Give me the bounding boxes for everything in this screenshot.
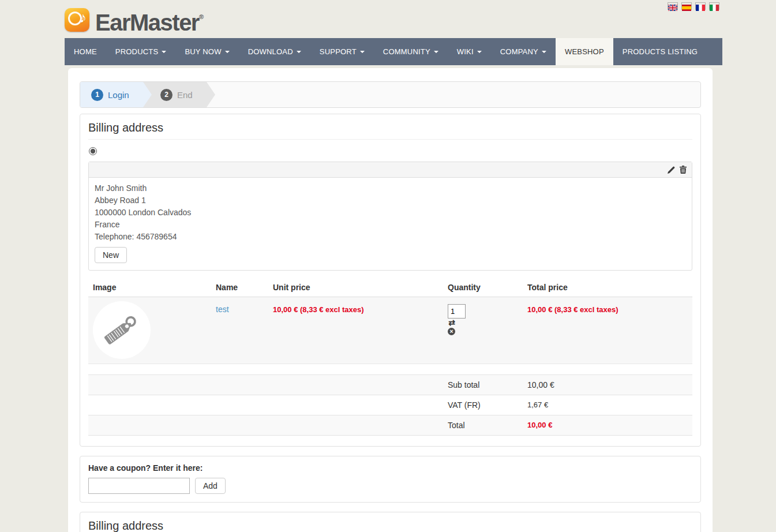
total-price: 10,00 € (8,33 € excl taxes) [527,305,618,314]
flag-italian-icon[interactable] [710,3,719,9]
main-nav: HOME PRODUCTS BUY NOW DOWNLOAD SUPPORT C… [65,38,722,65]
step-end-label: End [177,90,193,100]
caret-down-icon [542,51,546,53]
caret-down-icon [225,51,230,53]
earmaster-logo-icon: ♪ [65,8,89,32]
col-image: Image [88,278,211,297]
billing-address-card: Billing address [80,114,701,447]
coupon-add-button[interactable]: Add [195,478,226,494]
flag-spanish-icon[interactable] [682,3,691,9]
brand-name: EarMaster® [95,5,204,35]
step-login-number: 1 [91,89,103,101]
language-switcher [668,3,719,9]
col-name: Name [211,278,268,297]
subtotal-row: Sub total 10,00 € [88,374,692,395]
flag-french-icon[interactable] [696,3,705,9]
address-country: France [95,219,686,231]
nav-support[interactable]: SUPPORT [310,38,374,65]
registered-mark: ® [199,13,204,20]
address-radio[interactable] [89,147,97,155]
nav-home[interactable]: HOME [65,38,106,65]
nav-company[interactable]: COMPANY [491,38,556,65]
brand-logo-link[interactable]: ♪ EarMaster® [65,5,204,35]
caret-down-icon [434,51,438,53]
flag-english-icon[interactable] [668,3,677,9]
total-row: Total 10,00 € [88,415,692,436]
total-label: Total [443,415,523,435]
caret-down-icon [360,51,365,53]
coupon-label: Have a coupon? Enter it here: [88,463,692,473]
step-login-label: Login [108,90,129,100]
product-image [93,301,151,359]
col-quantity: Quantity [443,278,523,297]
nav-wiki[interactable]: WIKI [448,38,491,65]
step-login[interactable]: 1 Login [80,82,152,107]
caret-down-icon [162,51,166,53]
cart-item-row: test 10,00 € (8,33 € excl taxes) ⇄ × 10,… [88,297,692,364]
step-end-number: 2 [160,89,173,101]
new-address-button[interactable]: New [95,247,127,263]
nav-webshop[interactable]: WEBSHOP [556,38,613,65]
edit-address-icon[interactable] [668,166,675,174]
price-tag-icon [100,309,143,351]
checkout-stepper: 2 End 1 Login [80,81,701,108]
remove-item-icon[interactable]: × [448,328,455,335]
unit-price: 10,00 € (8,33 € excl taxes) [273,305,364,314]
coupon-input[interactable] [88,478,190,494]
billing-form-title: Billing address [88,518,692,532]
col-unit-price: Unit price [268,278,443,297]
address-panel: Mr John Smith Abbey Road 1 1000000 Londo… [88,162,692,271]
nav-products-listing[interactable]: PRODUCTS LISTING [613,38,707,65]
music-note-icon: ♪ [80,10,87,25]
product-name-link[interactable]: test [216,305,229,314]
subtotal-label: Sub total [443,375,523,395]
cart-summary: Sub total 10,00 € VAT (FR) 1,67 € Total … [88,374,692,436]
vat-label: VAT (FR) [443,395,523,415]
vat-value: 1,67 € [523,395,553,415]
cart-table: Image Name Unit price Quantity Total pri… [88,278,692,436]
nav-community[interactable]: COMMUNITY [374,38,448,65]
coupon-card: Have a coupon? Enter it here: Add [80,456,701,503]
address-city: 1000000 London Calvados [95,207,686,219]
caret-down-icon [477,51,482,53]
caret-down-icon [297,51,301,53]
update-quantity-icon[interactable]: ⇄ [448,319,456,327]
page-content: 2 End 1 Login Billing address [68,68,713,532]
delete-address-icon[interactable] [680,166,687,174]
step-end: 2 End [143,82,215,107]
address-select-row [89,147,692,158]
billing-form-card: Billing address [80,512,701,532]
nav-download[interactable]: DOWNLOAD [239,38,310,65]
address-phone: Telephone: 456789654 [95,231,686,243]
address-panel-header [89,162,692,178]
cart-table-header: Image Name Unit price Quantity Total pri… [88,278,692,297]
quantity-input[interactable] [448,304,466,319]
total-value: 10,00 € [523,415,557,435]
address-name: Mr John Smith [95,182,686,194]
vat-row: VAT (FR) 1,67 € [88,395,692,415]
nav-buy-now[interactable]: BUY NOW [175,38,238,65]
subtotal-value: 10,00 € [523,375,559,395]
billing-address-title: Billing address [88,120,692,140]
col-total-price: Total price [523,278,692,297]
address-details: Mr John Smith Abbey Road 1 1000000 Londo… [89,178,692,270]
address-street: Abbey Road 1 [95,194,686,207]
nav-products[interactable]: PRODUCTS [106,38,176,65]
